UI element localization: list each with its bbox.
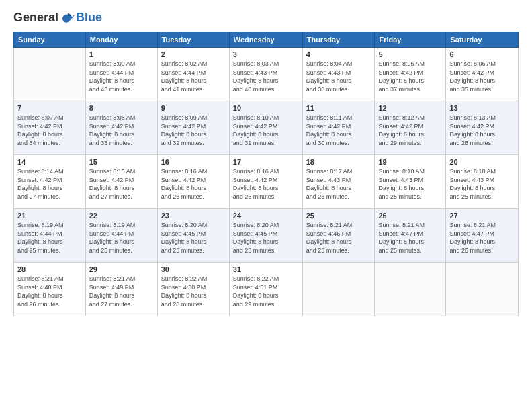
day-info: Sunrise: 8:08 AMSunset: 4:42 PMDaylight:… [89,113,154,147]
day-number: 25 [306,212,371,220]
weekday-friday: Friday [375,32,446,48]
day-info: Sunrise: 8:04 AMSunset: 4:43 PMDaylight:… [306,60,371,93]
day-number: 27 [449,212,515,220]
day-info: Sunrise: 8:20 AMSunset: 4:45 PMDaylight:… [233,221,299,255]
calendar-cell: 10Sunrise: 8:10 AMSunset: 4:42 PMDayligh… [229,101,302,155]
header: General Blue [13,11,519,25]
day-info: Sunrise: 8:13 AMSunset: 4:42 PMDaylight:… [449,113,515,147]
day-number: 28 [17,265,82,273]
calendar-cell: 18Sunrise: 8:17 AMSunset: 4:43 PMDayligh… [302,155,375,209]
week-row-4: 21Sunrise: 8:19 AMSunset: 4:44 PMDayligh… [14,209,519,263]
calendar-cell: 11Sunrise: 8:11 AMSunset: 4:42 PMDayligh… [302,101,375,155]
day-info: Sunrise: 8:18 AMSunset: 4:43 PMDaylight:… [449,167,515,201]
day-number: 5 [378,50,442,58]
day-info: Sunrise: 8:20 AMSunset: 4:45 PMDaylight:… [161,221,226,255]
day-number: 10 [233,104,299,112]
day-info: Sunrise: 8:18 AMSunset: 4:43 PMDaylight:… [378,167,442,201]
day-info: Sunrise: 8:21 AMSunset: 4:49 PMDaylight:… [89,275,154,308]
calendar-cell [302,263,375,316]
day-number: 15 [89,158,154,166]
logo-general: General [13,11,58,25]
day-info: Sunrise: 8:15 AMSunset: 4:42 PMDaylight:… [89,167,154,201]
day-number: 19 [378,158,442,166]
day-info: Sunrise: 8:21 AMSunset: 4:48 PMDaylight:… [17,275,82,308]
week-row-5: 28Sunrise: 8:21 AMSunset: 4:48 PMDayligh… [14,263,519,316]
weekday-monday: Monday [85,32,157,48]
day-info: Sunrise: 8:02 AMSunset: 4:44 PMDaylight:… [161,60,226,93]
week-row-1: 1Sunrise: 8:00 AMSunset: 4:44 PMDaylight… [14,48,519,101]
calendar-cell: 19Sunrise: 8:18 AMSunset: 4:43 PMDayligh… [375,155,446,209]
day-number: 14 [17,158,82,166]
calendar-cell: 7Sunrise: 8:07 AMSunset: 4:42 PMDaylight… [14,101,86,155]
day-number: 7 [17,104,82,112]
calendar-cell: 13Sunrise: 8:13 AMSunset: 4:42 PMDayligh… [446,101,519,155]
day-info: Sunrise: 8:09 AMSunset: 4:42 PMDaylight:… [161,113,226,147]
day-info: Sunrise: 8:05 AMSunset: 4:42 PMDaylight:… [378,60,442,93]
calendar-cell: 9Sunrise: 8:09 AMSunset: 4:42 PMDaylight… [157,101,229,155]
day-info: Sunrise: 8:17 AMSunset: 4:43 PMDaylight:… [306,167,371,201]
day-info: Sunrise: 8:22 AMSunset: 4:51 PMDaylight:… [233,275,299,308]
day-info: Sunrise: 8:22 AMSunset: 4:50 PMDaylight:… [161,275,226,308]
day-number: 8 [89,104,154,112]
day-info: Sunrise: 8:10 AMSunset: 4:42 PMDaylight:… [233,113,299,147]
day-number: 16 [161,158,226,166]
logo-bird-icon [61,11,75,25]
logo-blue: Blue [76,11,102,25]
calendar-cell: 22Sunrise: 8:19 AMSunset: 4:44 PMDayligh… [85,209,157,263]
page: General Blue SundayMondayTuesdayWednesda… [0,0,532,411]
day-info: Sunrise: 8:14 AMSunset: 4:42 PMDaylight:… [17,167,82,201]
weekday-tuesday: Tuesday [157,32,229,48]
day-number: 29 [89,265,154,273]
calendar-cell: 1Sunrise: 8:00 AMSunset: 4:44 PMDaylight… [85,48,157,101]
day-number: 1 [89,50,154,58]
day-number: 30 [161,265,226,273]
day-info: Sunrise: 8:07 AMSunset: 4:42 PMDaylight:… [17,113,82,147]
logo: General Blue [13,11,102,25]
day-info: Sunrise: 8:11 AMSunset: 4:42 PMDaylight:… [306,113,371,147]
calendar-cell: 24Sunrise: 8:20 AMSunset: 4:45 PMDayligh… [229,209,302,263]
day-number: 20 [449,158,515,166]
day-info: Sunrise: 8:21 AMSunset: 4:46 PMDaylight:… [306,221,371,255]
day-number: 6 [449,50,515,58]
calendar-cell: 8Sunrise: 8:08 AMSunset: 4:42 PMDaylight… [85,101,157,155]
calendar-cell: 29Sunrise: 8:21 AMSunset: 4:49 PMDayligh… [85,263,157,316]
day-number: 26 [378,212,442,220]
weekday-thursday: Thursday [302,32,375,48]
day-number: 3 [233,50,299,58]
day-number: 4 [306,50,371,58]
week-row-3: 14Sunrise: 8:14 AMSunset: 4:42 PMDayligh… [14,155,519,209]
calendar-cell: 31Sunrise: 8:22 AMSunset: 4:51 PMDayligh… [229,263,302,316]
calendar-cell: 14Sunrise: 8:14 AMSunset: 4:42 PMDayligh… [14,155,86,209]
calendar-cell: 3Sunrise: 8:03 AMSunset: 4:43 PMDaylight… [229,48,302,101]
day-number: 12 [378,104,442,112]
calendar: SundayMondayTuesdayWednesdayThursdayFrid… [13,32,519,316]
day-number: 18 [306,158,371,166]
day-info: Sunrise: 8:03 AMSunset: 4:43 PMDaylight:… [233,60,299,93]
calendar-cell: 25Sunrise: 8:21 AMSunset: 4:46 PMDayligh… [302,209,375,263]
day-info: Sunrise: 8:16 AMSunset: 4:42 PMDaylight:… [233,167,299,201]
day-info: Sunrise: 8:06 AMSunset: 4:42 PMDaylight:… [449,60,515,93]
day-number: 11 [306,104,371,112]
day-info: Sunrise: 8:21 AMSunset: 4:47 PMDaylight:… [449,221,515,255]
calendar-cell: 27Sunrise: 8:21 AMSunset: 4:47 PMDayligh… [446,209,519,263]
calendar-cell: 6Sunrise: 8:06 AMSunset: 4:42 PMDaylight… [446,48,519,101]
day-number: 21 [17,212,82,220]
day-number: 9 [161,104,226,112]
day-number: 17 [233,158,299,166]
calendar-cell: 23Sunrise: 8:20 AMSunset: 4:45 PMDayligh… [157,209,229,263]
calendar-cell: 4Sunrise: 8:04 AMSunset: 4:43 PMDaylight… [302,48,375,101]
calendar-cell: 5Sunrise: 8:05 AMSunset: 4:42 PMDaylight… [375,48,446,101]
calendar-cell: 28Sunrise: 8:21 AMSunset: 4:48 PMDayligh… [14,263,86,316]
day-info: Sunrise: 8:19 AMSunset: 4:44 PMDaylight:… [17,221,82,255]
weekday-header-row: SundayMondayTuesdayWednesdayThursdayFrid… [14,32,519,48]
day-number: 22 [89,212,154,220]
day-number: 23 [161,212,226,220]
day-number: 13 [449,104,515,112]
calendar-cell: 17Sunrise: 8:16 AMSunset: 4:42 PMDayligh… [229,155,302,209]
calendar-cell: 30Sunrise: 8:22 AMSunset: 4:50 PMDayligh… [157,263,229,316]
day-info: Sunrise: 8:12 AMSunset: 4:42 PMDaylight:… [378,113,442,147]
calendar-cell [14,48,86,101]
calendar-cell [375,263,446,316]
day-number: 31 [233,265,299,273]
day-info: Sunrise: 8:21 AMSunset: 4:47 PMDaylight:… [378,221,442,255]
